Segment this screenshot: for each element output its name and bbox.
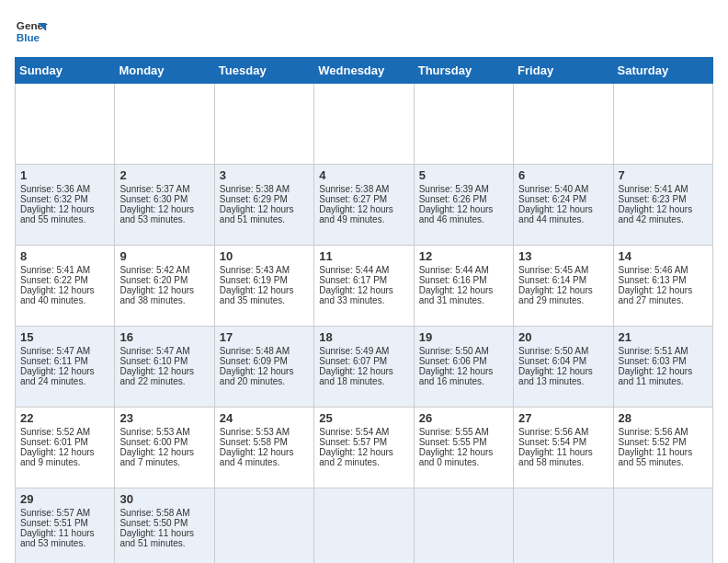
day-info-line: Sunset: 6:19 PM: [220, 275, 309, 285]
calendar-day-cell: 15Sunrise: 5:47 AMSunset: 6:11 PMDayligh…: [16, 327, 115, 408]
calendar-day-cell: [514, 84, 613, 165]
calendar-day-cell: 18Sunrise: 5:49 AMSunset: 6:07 PMDayligh…: [314, 327, 414, 408]
calendar-day-cell: 28Sunrise: 5:56 AMSunset: 5:52 PMDayligh…: [613, 408, 712, 488]
day-info-line: and 20 minutes.: [220, 376, 309, 386]
day-info-line: Sunrise: 5:37 AM: [119, 184, 209, 194]
day-info-line: Sunrise: 5:40 AM: [518, 184, 608, 194]
day-info-line: Sunrise: 5:44 AM: [319, 265, 408, 275]
calendar-day-cell: [115, 84, 214, 165]
calendar-week-row: 15Sunrise: 5:47 AMSunset: 6:11 PMDayligh…: [16, 327, 713, 408]
day-info-line: Daylight: 12 hours: [119, 447, 209, 457]
calendar-day-cell: 20Sunrise: 5:50 AMSunset: 6:04 PMDayligh…: [514, 327, 613, 408]
day-info-line: and 33 minutes.: [319, 295, 408, 305]
calendar-day-cell: 29Sunrise: 5:57 AMSunset: 5:51 PMDayligh…: [16, 488, 115, 564]
day-number: 25: [319, 411, 408, 425]
day-info-line: Sunrise: 5:47 AM: [20, 346, 109, 356]
day-info-line: Daylight: 12 hours: [619, 285, 708, 295]
day-number: 9: [119, 249, 209, 263]
day-info-line: Daylight: 12 hours: [20, 285, 109, 295]
day-info-line: and 53 minutes.: [20, 538, 109, 548]
day-info-line: and 31 minutes.: [419, 295, 508, 305]
day-info-line: Daylight: 11 hours: [518, 447, 608, 457]
day-info-line: Daylight: 12 hours: [619, 366, 708, 376]
day-info-line: Daylight: 12 hours: [319, 285, 408, 295]
calendar-day-cell: 14Sunrise: 5:46 AMSunset: 6:13 PMDayligh…: [613, 246, 712, 327]
day-info-line: and 7 minutes.: [119, 457, 209, 467]
day-number: 3: [220, 168, 309, 182]
calendar-day-cell: 1Sunrise: 5:36 AMSunset: 6:32 PMDaylight…: [16, 165, 115, 246]
calendar-day-cell: [314, 84, 414, 165]
day-info-line: and 9 minutes.: [20, 457, 109, 467]
day-info-line: Sunrise: 5:53 AM: [220, 427, 309, 437]
day-number: 8: [20, 249, 109, 263]
weekday-header-tuesday: Tuesday: [214, 58, 313, 84]
day-info-line: Sunrise: 5:42 AM: [119, 265, 209, 275]
day-number: 17: [220, 330, 309, 344]
day-info-line: and 53 minutes.: [119, 214, 209, 224]
calendar-day-cell: 16Sunrise: 5:47 AMSunset: 6:10 PMDayligh…: [115, 327, 214, 408]
calendar-day-cell: 10Sunrise: 5:43 AMSunset: 6:19 PMDayligh…: [214, 246, 313, 327]
day-info-line: Daylight: 12 hours: [20, 366, 109, 376]
day-info-line: Daylight: 12 hours: [20, 447, 109, 457]
day-info-line: Sunrise: 5:39 AM: [419, 184, 508, 194]
day-number: 10: [220, 249, 309, 263]
day-info-line: Daylight: 12 hours: [119, 204, 209, 214]
day-info-line: and 24 minutes.: [20, 376, 109, 386]
day-info-line: Sunset: 6:07 PM: [319, 356, 408, 366]
day-info-line: Sunset: 6:17 PM: [319, 275, 408, 285]
day-number: 18: [319, 330, 408, 344]
calendar-week-row: 1Sunrise: 5:36 AMSunset: 6:32 PMDaylight…: [16, 165, 713, 246]
day-number: 6: [518, 168, 608, 182]
day-number: 23: [119, 411, 209, 425]
day-info-line: and 51 minutes.: [220, 214, 309, 224]
day-info-line: Sunrise: 5:57 AM: [20, 508, 109, 518]
calendar-day-cell: 8Sunrise: 5:41 AMSunset: 6:22 PMDaylight…: [16, 246, 115, 327]
calendar-day-cell: [414, 488, 513, 564]
day-info-line: Sunset: 6:00 PM: [119, 437, 209, 447]
day-number: 11: [319, 249, 408, 263]
day-info-line: Sunrise: 5:48 AM: [220, 346, 309, 356]
day-number: 27: [518, 411, 608, 425]
calendar-header-row: SundayMondayTuesdayWednesdayThursdayFrid…: [16, 58, 713, 84]
day-info-line: Sunrise: 5:50 AM: [419, 346, 508, 356]
day-info-line: Sunrise: 5:52 AM: [20, 427, 109, 437]
day-info-line: Sunrise: 5:41 AM: [619, 184, 708, 194]
day-info-line: Sunset: 6:30 PM: [119, 194, 209, 204]
day-info-line: and 49 minutes.: [319, 214, 408, 224]
calendar-day-cell: 25Sunrise: 5:54 AMSunset: 5:57 PMDayligh…: [314, 408, 414, 488]
day-info-line: Sunrise: 5:46 AM: [619, 265, 708, 275]
weekday-header-monday: Monday: [115, 58, 214, 84]
day-info-line: and 35 minutes.: [220, 295, 309, 305]
day-info-line: Sunrise: 5:38 AM: [319, 184, 408, 194]
day-info-line: and 40 minutes.: [20, 295, 109, 305]
day-info-line: Sunset: 6:09 PM: [220, 356, 309, 366]
day-number: 12: [419, 249, 508, 263]
day-info-line: and 16 minutes.: [419, 376, 508, 386]
day-info-line: Daylight: 12 hours: [220, 447, 309, 457]
day-info-line: Sunset: 6:11 PM: [20, 356, 109, 366]
day-info-line: Sunrise: 5:49 AM: [319, 346, 408, 356]
day-number: 1: [20, 168, 109, 182]
calendar-day-cell: 9Sunrise: 5:42 AMSunset: 6:20 PMDaylight…: [115, 246, 214, 327]
day-info-line: Sunset: 6:27 PM: [319, 194, 408, 204]
calendar-day-cell: 5Sunrise: 5:39 AMSunset: 6:26 PMDaylight…: [414, 165, 513, 246]
day-info-line: and 55 minutes.: [20, 214, 109, 224]
day-number: 29: [20, 492, 109, 506]
day-info-line: Daylight: 12 hours: [319, 204, 408, 214]
day-info-line: and 27 minutes.: [619, 295, 708, 305]
day-info-line: and 42 minutes.: [619, 214, 708, 224]
day-info-line: Sunrise: 5:54 AM: [319, 427, 408, 437]
day-info-line: and 51 minutes.: [119, 538, 209, 548]
day-info-line: Sunrise: 5:47 AM: [119, 346, 209, 356]
day-info-line: Daylight: 12 hours: [419, 204, 508, 214]
day-info-line: Sunset: 6:10 PM: [119, 356, 209, 366]
calendar-day-cell: 27Sunrise: 5:56 AMSunset: 5:54 PMDayligh…: [514, 408, 613, 488]
calendar-day-cell: 26Sunrise: 5:55 AMSunset: 5:55 PMDayligh…: [414, 408, 513, 488]
day-info-line: and 55 minutes.: [619, 457, 708, 467]
day-number: 28: [619, 411, 708, 425]
day-info-line: Sunset: 6:29 PM: [220, 194, 309, 204]
calendar-day-cell: [16, 84, 115, 165]
day-info-line: Sunset: 6:20 PM: [119, 275, 209, 285]
weekday-header-friday: Friday: [514, 58, 613, 84]
weekday-header-thursday: Thursday: [414, 58, 513, 84]
